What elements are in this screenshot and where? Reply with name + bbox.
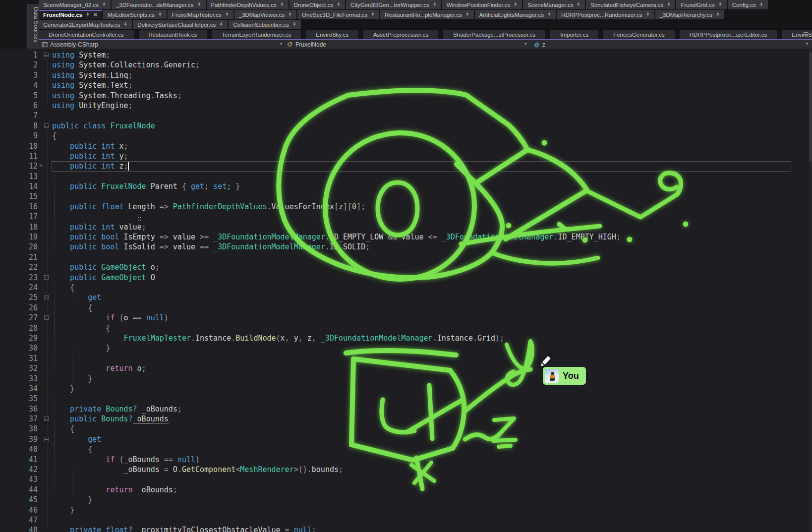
pin-icon[interactable] bbox=[197, 2, 201, 7]
pin-icon[interactable] bbox=[225, 12, 229, 17]
pin-icon[interactable] bbox=[547, 12, 551, 17]
code-line[interactable]: 16 public float Length => PathfinderDept… bbox=[0, 202, 809, 212]
code-line[interactable]: 29 FruxelMapTester.Instance.BuildNode(x,… bbox=[0, 333, 809, 343]
tab-windowpositionfinder-cs[interactable]: WindowPositionFinder.cs bbox=[442, 0, 522, 9]
tab-myeditorscripts-cs[interactable]: MyEditorScripts.cs bbox=[103, 10, 167, 19]
fold-marker[interactable]: – bbox=[44, 123, 49, 128]
code-line[interactable]: 13 bbox=[0, 172, 809, 181]
pin-icon[interactable] bbox=[102, 2, 106, 7]
tab-artificiallightsmanager-cs[interactable]: ArtificialLightsManager.cs bbox=[475, 10, 556, 19]
pin-icon[interactable] bbox=[86, 12, 90, 17]
tab-collisionsubscriber-cs[interactable]: CollisionSubscriber.cs bbox=[229, 20, 301, 29]
code-line[interactable]: 18 public int value; bbox=[0, 222, 809, 232]
code-line[interactable]: 10 public int x; bbox=[0, 141, 809, 151]
pin-icon[interactable] bbox=[718, 2, 722, 7]
close-tab-button[interactable]: ✕ bbox=[93, 12, 97, 17]
tab-hdrppostproc-randomizer-cs[interactable]: HDRPPostproc...Randomizer.cs bbox=[557, 10, 654, 19]
breadcrumb-type-dropdown[interactable]: FruxelNode bbox=[287, 40, 326, 49]
code-line[interactable]: 34 } bbox=[0, 384, 809, 394]
code-line[interactable]: 35 bbox=[0, 394, 809, 404]
tab--3dfoundatio-delmanager-cs[interactable]: _3DFoundatio...delManager.cs bbox=[112, 0, 206, 9]
chevron-down-icon[interactable]: ▾ bbox=[524, 41, 527, 46]
vertical-scrollbar[interactable] bbox=[809, 49, 812, 532]
tab-hdrppostproce-izereditor-cs[interactable]: HDRPPostproce...izerEditor.cs bbox=[680, 30, 777, 39]
code-line[interactable]: 33 } bbox=[0, 374, 809, 384]
pin-icon[interactable] bbox=[577, 2, 580, 7]
code-line[interactable]: 30 } bbox=[0, 343, 809, 353]
code-line[interactable]: 3using System.Linq; bbox=[0, 70, 809, 80]
code-line[interactable]: 7 bbox=[0, 111, 809, 120]
code-line[interactable]: 27– if (o == null) bbox=[0, 313, 809, 323]
tab-importer-cs[interactable]: Importer.cs bbox=[550, 30, 598, 39]
tab-restauranthook-cs[interactable]: RestaurantHook.cs bbox=[139, 30, 207, 39]
pin-icon[interactable] bbox=[292, 22, 296, 27]
chevron-down-icon[interactable]: ▾ bbox=[806, 41, 808, 46]
pin-icon[interactable] bbox=[219, 22, 223, 27]
tab-terrainlayerrandomizer-cs[interactable]: TerrainLayerRandomizer.cs bbox=[212, 30, 301, 39]
tab--3dmapviewer-cs[interactable]: _3DMapViewer.cs bbox=[234, 10, 296, 19]
pin-icon[interactable] bbox=[759, 2, 763, 7]
code-line[interactable]: 17 bbox=[0, 212, 809, 222]
code-line[interactable]: 39– get bbox=[0, 434, 809, 444]
pin-icon[interactable] bbox=[667, 2, 671, 7]
pin-icon[interactable] bbox=[288, 12, 292, 17]
code-line[interactable]: 22 public GameObject o; bbox=[0, 262, 809, 272]
code-line[interactable]: 47 bbox=[0, 515, 809, 525]
code-line[interactable]: 19 public bool IsEmpty => value >= _3DFo… bbox=[0, 232, 809, 242]
pin-icon[interactable] bbox=[433, 2, 437, 7]
tab--3dmaphierarchy-cs[interactable]: _3DMapHierarchy.cs bbox=[655, 10, 725, 19]
code-line[interactable]: 41 if (_oBounds == null) bbox=[0, 455, 809, 465]
pin-icon[interactable] bbox=[465, 12, 469, 17]
tab-fencesgenerator-cs[interactable]: FencesGenerator.cs bbox=[603, 30, 675, 39]
tab-config-cs[interactable]: Config.cs bbox=[728, 0, 768, 9]
code-line[interactable]: 15 bbox=[0, 191, 809, 201]
code-line[interactable]: 1–using System; bbox=[0, 50, 809, 60]
tab-deliverysurfaceclasshelper-cs[interactable]: DeliverySurfaceClassHelper.cs bbox=[133, 20, 228, 29]
code-line[interactable]: 37– public Bounds? oBounds bbox=[0, 414, 809, 424]
code-line[interactable]: 14 public FruxelNode Parent { get; set; … bbox=[0, 181, 809, 191]
code-line[interactable]: 20 public bool IsSolid => value == _3DFo… bbox=[0, 242, 809, 252]
code-line[interactable]: 45 } bbox=[0, 495, 809, 505]
tab-droneorientationcontroller-cs[interactable]: DroneOrientationController.cs bbox=[39, 30, 134, 39]
code-line[interactable]: 36 private Bounds? _oBounds; bbox=[0, 404, 809, 414]
code-line[interactable]: 43 bbox=[0, 474, 809, 484]
tab-scenemanager-cs[interactable]: SceneManager.cs bbox=[523, 0, 585, 9]
tab-citygen3dgen-torwrapper-cs[interactable]: CityGen3DGen...torWrapper.cs bbox=[346, 0, 441, 9]
code-line[interactable]: 23– public GameObject O bbox=[0, 273, 809, 283]
code-line[interactable]: 12✎ public int z; bbox=[0, 161, 809, 171]
code-line[interactable]: 2using System.Collections.Generic; bbox=[0, 60, 809, 70]
code-editor[interactable]: 1–using System;2using System.Collections… bbox=[0, 49, 812, 532]
code-line[interactable]: 40 { bbox=[0, 444, 809, 454]
pin-icon[interactable] bbox=[280, 2, 284, 7]
code-line[interactable]: 42 _oBounds = O.GetComponent<MeshRendere… bbox=[0, 465, 809, 474]
tab-generator2exportmaptools-cs[interactable]: Generator2ExportMapTools.cs bbox=[39, 20, 132, 29]
tab-envirosky-cs[interactable]: EnviroSky.cs bbox=[306, 30, 358, 39]
tab-pathfinderdepthvalues-cs[interactable]: PathfinderDepthValues.cs bbox=[207, 0, 289, 9]
pin-icon[interactable] bbox=[716, 12, 720, 17]
code-line[interactable]: 21 bbox=[0, 252, 809, 262]
tab-restaurantho-plemanager-cs[interactable]: RestaurantHo...pleManager.cs bbox=[380, 10, 473, 19]
code-line[interactable]: 8–public class FruxelNode bbox=[0, 121, 809, 131]
pin-icon[interactable] bbox=[337, 2, 341, 7]
code-line[interactable]: 46 } bbox=[0, 505, 809, 515]
code-line[interactable]: 11 public int y; bbox=[0, 151, 809, 161]
pin-icon[interactable] bbox=[646, 12, 650, 17]
tab-overflow-button[interactable] bbox=[803, 32, 809, 37]
scrollbar-thumb[interactable] bbox=[810, 53, 812, 162]
code-line[interactable]: 31 bbox=[0, 354, 809, 363]
pin-icon[interactable] bbox=[514, 2, 518, 7]
tab-fruxelgrid-cs[interactable]: FruxelGrid.cs bbox=[676, 0, 726, 9]
breadcrumb-project-dropdown[interactable]: Assembly-CSharp bbox=[42, 40, 98, 49]
code-line[interactable]: 48 private float? _proximityToClosestObs… bbox=[0, 525, 809, 532]
tab-shaderpackage-stprocessor-cs[interactable]: ShaderPackage...stProcessor.cs bbox=[443, 30, 545, 39]
code-line[interactable]: 25– get bbox=[0, 293, 809, 302]
tab-onesec3d-fileformat-cs[interactable]: OneSec3D_FileFormat.cs bbox=[297, 10, 379, 19]
tab-assetpreprocessor-cs[interactable]: AssetPreprocessor.cs bbox=[363, 30, 438, 39]
pin-icon[interactable] bbox=[371, 12, 375, 17]
pin-icon[interactable] bbox=[123, 22, 127, 27]
tab-scenemanager-02-cs[interactable]: SceneManager_02.cs bbox=[39, 0, 111, 9]
code-line[interactable]: 38 { bbox=[0, 424, 809, 434]
code-line[interactable]: 5using System.Threading.Tasks; bbox=[0, 91, 809, 101]
code-line[interactable]: 26 { bbox=[0, 303, 809, 313]
code-line[interactable]: 24 { bbox=[0, 283, 809, 293]
